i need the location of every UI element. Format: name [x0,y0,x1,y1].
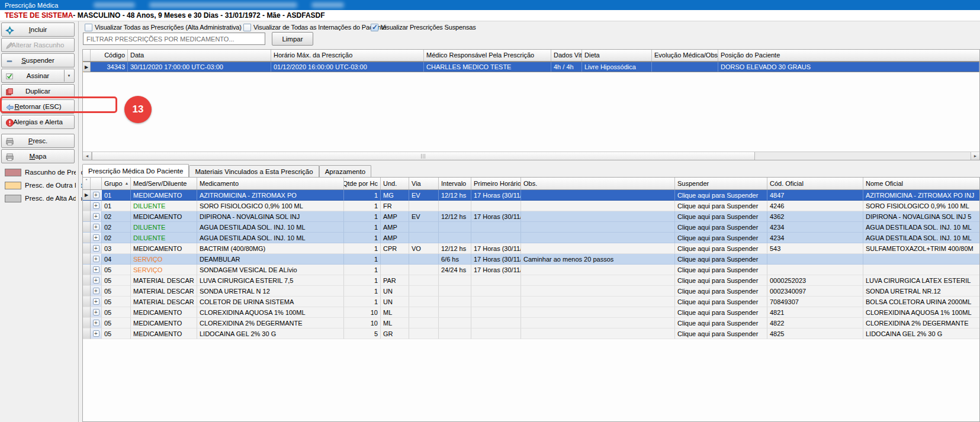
suspend-link[interactable]: Clique aqui para Suspender [675,307,767,318]
column-header-dados-vitais[interactable]: Dados Vitais [551,50,582,61]
column-header-intervalo[interactable]: Intervalo [439,178,471,189]
column-header-suspender[interactable]: Suspender [675,178,767,189]
column-header-qtde[interactable]: Qtde por Hc [344,178,381,189]
scrollbar-thumb[interactable] [92,152,755,160]
prescription-row-selected[interactable]: ▶ 34343 30/11/2020 17:00:00 UTC-03:00 01… [83,62,979,72]
row-expander[interactable]: + [91,265,102,275]
row-expander[interactable]: + [91,211,102,222]
presc-print-button[interactable]: Presc. [1,134,75,148]
row-expander[interactable]: + [91,275,102,286]
table-row[interactable]: + 05 MEDICAMENTO LIDOCAINA GEL 2% 30 G 5… [83,328,979,339]
suspend-link[interactable]: Clique aqui para Suspender [675,222,767,233]
table-row[interactable]: + 02 DILUENTE AGUA DESTILADA SOL. INJ. 1… [83,233,979,243]
suspend-link[interactable]: Clique aqui para Suspender [675,201,767,211]
row-expander[interactable]: + [91,254,102,265]
suspend-link[interactable]: Clique aqui para Suspender [675,243,767,254]
row-expander[interactable]: + [91,328,102,339]
assinar-button[interactable]: Assinar ▼ [1,69,75,83]
suspend-link[interactable]: Clique aqui para Suspender [675,254,767,265]
table-row[interactable]: + 05 MATERIAL DESCAR SONDA URETRAL N 12 … [83,286,979,297]
cell-intervalo [439,328,471,339]
filter-checkbox[interactable]: ✓ Visualizar Prescrições Suspensas [371,23,476,31]
suspend-link[interactable]: Clique aqui para Suspender [675,297,767,307]
column-header-nome-oficial[interactable]: Nome Oficial [863,178,979,189]
pane-splitter[interactable] [76,21,81,422]
column-header-posicao[interactable]: Posição do Paciente [718,50,979,61]
table-row[interactable]: + 03 MEDICAMENTO BACTRIM (400/80MG) 1 CP… [83,243,979,254]
suspend-link[interactable]: Clique aqui para Suspender [675,328,767,339]
table-row[interactable]: ▶ + 01 MEDICAMENTO AZITROMICINA - ZITROM… [83,190,979,201]
table-row[interactable]: + 05 MATERIAL DESCAR COLETOR DE URINA SI… [83,297,979,307]
cell-cod-oficial: 4246 [767,201,863,211]
table-row[interactable]: + 05 SERVIÇO SONDAGEM VESICAL DE ALívio … [83,265,979,275]
suspend-link[interactable]: Clique aqui para Suspender [675,190,767,201]
cell-intervalo: 12/12 hs [439,190,471,201]
table-row[interactable]: + 05 MATERIAL DESCAR LUVA CIRURGICA ESTE… [83,275,979,286]
suspend-link[interactable]: Clique aqui para Suspender [675,275,767,286]
suspend-link[interactable]: Clique aqui para Suspender [675,211,767,222]
row-expander[interactable]: + [91,318,102,328]
column-header-grupo[interactable]: Grupo▲ [102,178,131,189]
suspend-link[interactable]: Clique aqui para Suspender [675,318,767,328]
prescriptions-grid-header: Código Data Horário Máx. da Prescrição M… [83,50,979,62]
row-expander[interactable]: + [91,286,102,297]
cell-posicao: DORSO ELEVADO 30 GRAUS [718,62,979,72]
row-expander[interactable]: + [91,233,102,243]
row-expander[interactable]: + [91,307,102,318]
column-header-medicamento[interactable]: Medicamento [197,178,344,189]
column-header-codigo[interactable]: Código [91,50,128,61]
column-header-data[interactable]: Data [128,50,271,61]
column-header-dieta[interactable]: Dieta [582,50,652,61]
alergias-alerta-button[interactable]: Alergias e Alerta [1,115,75,129]
suspender-button[interactable]: Suspender [1,53,75,67]
titlebar-blurred-text [149,2,297,8]
cell-medicamento: COLETOR DE URINA SISTEMA [197,297,344,307]
table-row[interactable]: + 04 SERVIÇO DEAMBULAR 1 6/6 hs 17 Horas… [83,254,979,265]
column-header-horario-max[interactable]: Horário Máx. da Prescrição [271,50,424,61]
row-expander[interactable]: + [91,190,102,201]
row-expander[interactable]: + [91,297,102,307]
table-row[interactable]: + 02 DILUENTE AGUA DESTILADA SOL. INJ. 1… [83,222,979,233]
duplicar-button[interactable]: Duplicar [1,84,75,98]
cell-grupo: 02 [102,233,131,243]
suspend-link[interactable]: Clique aqui para Suspender [675,286,767,297]
suspend-link[interactable]: Clique aqui para Suspender [675,233,767,243]
tab-materiais-vinculados[interactable]: Materiais Vinculados a Esta Prescrição [189,165,319,177]
incluir-button[interactable]: Incluir [1,22,75,37]
tab-aprazamento[interactable]: Aprazamento [319,165,371,177]
column-header-via[interactable]: Via [409,178,439,189]
column-header-med-serv-diluente[interactable]: Med/Serv/Diluente [131,178,197,189]
table-row[interactable]: + 05 MEDICAMENTO CLOREXIDINA 2% DEGERMAN… [83,318,979,328]
cell-grupo: 03 [102,243,131,254]
cell-intervalo: 12/12 hs [439,243,471,254]
scroll-left-arrow-icon[interactable]: ◄ [83,152,92,160]
retornar-button[interactable]: Retornar (ESC) [1,99,75,114]
medication-filter-input[interactable] [83,33,265,45]
table-row[interactable]: + 02 MEDICAMENTO DIPIRONA - NOVALGINA SO… [83,211,979,222]
scroll-right-arrow-icon[interactable]: ► [971,152,979,160]
filter-checkbox[interactable]: ✓ Visualizar de Todas as Internações do … [243,23,386,31]
suspend-link[interactable]: Clique aqui para Suspender [675,265,767,275]
column-header-cod-oficial[interactable]: Cód. Oficial [767,178,863,189]
row-indicator [83,286,91,297]
column-header-obs[interactable]: Obs. [521,178,675,189]
column-header-und[interactable]: Und. [381,178,409,189]
row-expander[interactable]: + [91,243,102,254]
row-expander[interactable]: + [91,201,102,211]
table-row[interactable]: + 05 MEDICAMENTO CLOREXIDINA AQUOSA 1% 1… [83,307,979,318]
assinar-dropdown-arrow[interactable]: ▼ [64,70,73,82]
mapa-print-button[interactable]: Mapa [1,149,75,163]
expand-plus-icon: + [93,288,99,294]
column-header-evolucao[interactable]: Evolução Médica/Observação [652,50,718,61]
column-header-primeiro-horario[interactable]: Primeiro Horário [471,178,521,189]
filter-checkbox[interactable]: ✓ Visualizar Todas as Prescrições (Alta … [85,23,242,31]
cell-med-serv-diluente: MEDICAMENTO [131,211,197,222]
clear-filter-button[interactable]: Limpar [272,32,313,46]
row-expander[interactable]: + [91,222,102,233]
cell-intervalo: 24/24 hs [439,265,471,275]
table-row[interactable]: + 01 DILUENTE SORO FISIOLOGICO 0,9% 100 … [83,201,979,211]
tab-prescricao-medica[interactable]: Prescrição Médica Do Paciente [82,164,189,177]
horizontal-scrollbar[interactable]: ◄ ► [83,152,979,160]
column-header-medico[interactable]: Médico Responsável Pela Prescrição [424,50,551,61]
cell-nome-oficial [863,254,979,265]
